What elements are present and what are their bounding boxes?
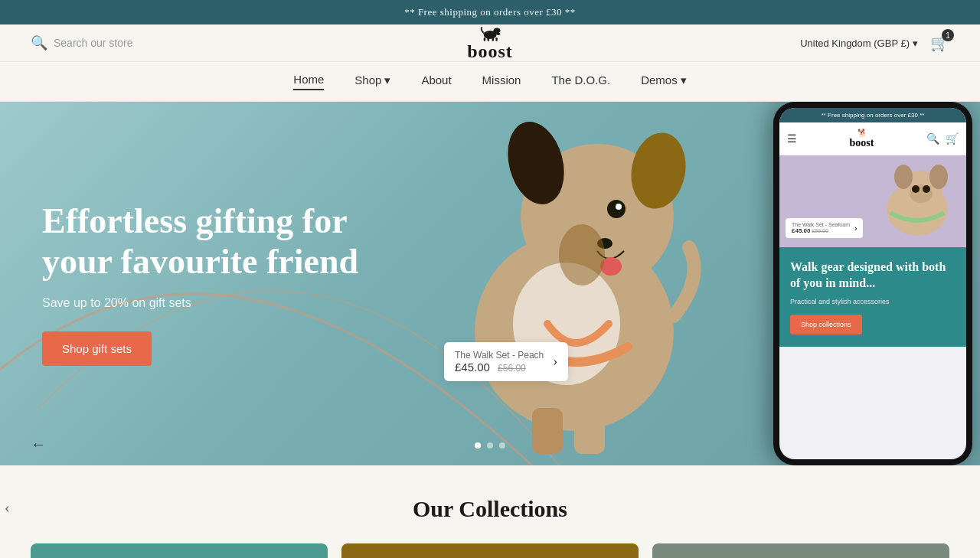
product-tag-name: The Walk Set - Peach [455, 350, 544, 361]
svg-rect-19 [532, 408, 563, 454]
nav-shop[interactable]: Shop ▾ [354, 73, 390, 90]
svg-point-2 [496, 32, 500, 35]
collection-card-2[interactable] [341, 543, 639, 558]
phone-product-tag-price: £45.00 £99.00 [792, 227, 850, 234]
slide-dot-1[interactable] [475, 442, 481, 449]
demos-chevron-icon: ▾ [681, 73, 687, 87]
svg-point-28 [923, 185, 930, 193]
product-tag[interactable]: The Walk Set - Peach £45.00 £56.00 › [444, 342, 568, 381]
phone-hero: The Walk Set - Seafoam £45.00 £99.00 › [779, 155, 966, 247]
phone-icons: 🔍 🛒 [926, 132, 959, 145]
collections-title: Our Collections [31, 496, 949, 522]
cart-badge: 1 [942, 29, 954, 41]
search-placeholder: Search our store [54, 37, 133, 49]
search-bar[interactable]: 🔍 Search our store [31, 34, 133, 51]
logo[interactable]: boost [467, 24, 513, 62]
header: 🔍 Search our store boost United Kingdom … [0, 24, 980, 62]
header-right: United Kingdom (GBP £) ▾ 🛒 1 [800, 34, 949, 52]
hero-section: Effortless gifting for your favourite fr… [0, 102, 980, 465]
mobile-preview: ** Free shipping on orders over £30 ** ☰… [758, 102, 980, 465]
hero-cta-button[interactable]: Shop gift sets [42, 331, 152, 366]
chevron-down-icon: ▾ [913, 38, 918, 49]
phone-product-tag-arrow-icon[interactable]: › [854, 224, 857, 233]
side-edge-arrow[interactable]: ‹ [0, 496, 15, 520]
nav-mission[interactable]: Mission [482, 73, 521, 90]
collection-card-3[interactable] [652, 543, 949, 558]
phone-cta-title: Walk gear designed with both of you in m… [790, 259, 956, 292]
nav-the-dog[interactable]: The D.O.G. [551, 73, 610, 90]
svg-point-18 [559, 224, 605, 286]
svg-point-24 [894, 165, 913, 189]
collections-row [31, 543, 949, 558]
hero-headline: Effortless gifting for your favourite fr… [42, 201, 421, 282]
phone-cta-button[interactable]: Shop collections [790, 315, 862, 334]
slide-prev-button[interactable]: ← [31, 436, 46, 453]
product-tag-arrow-icon[interactable]: › [553, 354, 557, 370]
phone-outer: ** Free shipping on orders over £30 ** ☰… [773, 102, 972, 465]
svg-point-27 [912, 185, 920, 193]
logo-text: boost [467, 41, 513, 62]
phone-cart-icon[interactable]: 🛒 [946, 132, 959, 145]
svg-point-25 [929, 165, 948, 189]
svg-point-14 [607, 200, 626, 218]
shop-chevron-icon: ▾ [384, 73, 390, 87]
phone-hamburger-icon[interactable]: ☰ [787, 132, 797, 145]
region-selector[interactable]: United Kingdom (GBP £) ▾ [800, 38, 918, 49]
cart-button[interactable]: 🛒 1 [930, 34, 949, 52]
slide-indicators [475, 442, 505, 449]
phone-cta-sub: Practical and stylish accessories [790, 298, 956, 305]
phone-top-banner: ** Free shipping on orders over £30 ** [779, 108, 966, 122]
phone-logo[interactable]: 🐕 boost [850, 129, 874, 149]
product-tag-price: £45.00 £56.00 [455, 361, 544, 374]
phone-cta-section: Walk gear designed with both of you in m… [779, 247, 966, 347]
phone-header: ☰ 🐕 boost 🔍 🛒 [779, 122, 966, 155]
hero-content: Effortless gifting for your favourite fr… [0, 201, 421, 366]
phone-product-tag[interactable]: The Walk Set - Seafoam £45.00 £99.00 › [786, 218, 863, 238]
top-banner: ** Free shipping on orders over £30 ** [0, 0, 980, 24]
product-tag-old-price: £56.00 [498, 363, 526, 374]
phone-product-tag-name: The Walk Set - Seafoam [792, 222, 850, 227]
phone-product-tag-info: The Walk Set - Seafoam £45.00 £99.00 [792, 222, 850, 234]
collections-section: Our Collections [0, 465, 980, 558]
phone-search-icon[interactable]: 🔍 [926, 132, 939, 145]
logo-dog-icon [476, 24, 504, 41]
product-tag-info: The Walk Set - Peach £45.00 £56.00 [455, 350, 544, 374]
search-icon: 🔍 [31, 34, 47, 51]
phone-inner: ** Free shipping on orders over £30 ** ☰… [779, 108, 966, 459]
hero-subtext: Save up to 20% on gift sets [42, 296, 421, 310]
hero-dog-image [413, 102, 735, 465]
nav-about[interactable]: About [421, 73, 451, 90]
phone-logo-dog-icon: 🐕 [858, 129, 867, 137]
slide-dot-3[interactable] [499, 442, 505, 449]
svg-rect-20 [574, 408, 605, 454]
nav-demos[interactable]: Demos ▾ [641, 73, 687, 90]
collection-card-1[interactable] [31, 543, 328, 558]
nav-home[interactable]: Home [293, 73, 324, 90]
main-nav: Home Shop ▾ About Mission The D.O.G. Dem… [0, 62, 980, 102]
slide-dot-2[interactable] [487, 442, 493, 449]
svg-point-15 [616, 204, 622, 210]
